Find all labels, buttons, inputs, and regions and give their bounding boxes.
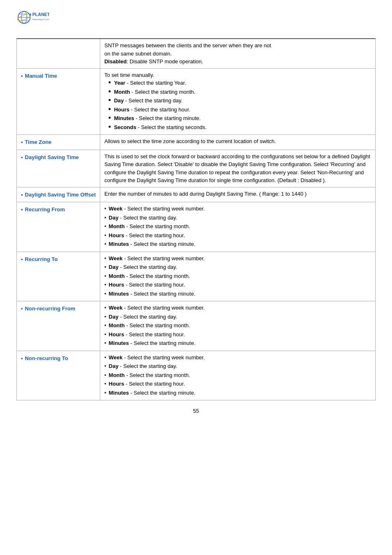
non-recurring-from-list: Week - Select the starting week number. …: [104, 304, 371, 347]
list-item: Minutes - Select the starting minute.: [104, 290, 371, 298]
non-recurring-to-right: Week - Select the starting week number. …: [100, 351, 375, 400]
list-item: Day - Select the starting day.: [104, 313, 371, 321]
non-recurring-from-label: Non-recurring From: [21, 305, 96, 313]
recurring-from-list: Week - Select the starting week number. …: [104, 205, 371, 248]
list-item: Month - Select the starting month.: [104, 222, 371, 231]
dst-offset-right: Enter the number of minutes to add durin…: [100, 187, 375, 202]
non-recurring-from-left: Non-recurring From: [17, 301, 100, 351]
manual-time-intro: To set time manually.: [104, 72, 154, 78]
dst-offset-text: Enter the number of minutes to add durin…: [104, 191, 307, 197]
list-item: Minutes - Select the starting minute.: [104, 240, 371, 248]
list-item: Week - Select the starting week number.: [104, 254, 371, 263]
list-item: Month - Select the starting month.: [108, 88, 371, 96]
list-item: Month - Select the starting month.: [104, 321, 371, 330]
svg-text:Networking & Communication: Networking & Communication: [32, 18, 49, 21]
table-row-recurring-to: Recurring To Week - Select the starting …: [17, 252, 376, 301]
list-item: Seconds - Select the starting seconds.: [108, 123, 371, 132]
list-item: Minutes - Select the starting minute.: [108, 114, 371, 123]
dst-right: This is used to set the clock forward or…: [100, 150, 375, 187]
list-item: Day - Select the starting day.: [104, 214, 371, 222]
list-item: Month - Select the starting month.: [104, 272, 371, 280]
recurring-to-list: Week - Select the starting week number. …: [104, 254, 371, 298]
dst-left: Daylight Saving Time: [17, 150, 100, 187]
recurring-from-left: Recurring From: [17, 202, 100, 252]
dst-text: This is used to set the clock forward or…: [104, 153, 370, 184]
table-row-manual-time: Manual Time To set time manually. Year -…: [17, 68, 376, 135]
list-item: Minutes - Select the starting minute.: [104, 389, 371, 397]
list-item: Hours - Select the starting hour.: [104, 281, 371, 289]
recurring-to-label: Recurring To: [21, 255, 96, 264]
page-number: 55: [16, 408, 376, 414]
dst-offset-label: Daylight Saving Time Offset: [21, 191, 96, 199]
non-recurring-to-label: Non-recurring To: [21, 354, 96, 363]
manual-time-label: Manual Time: [21, 72, 96, 80]
table-row-recurring-from: Recurring From Week - Select the startin…: [17, 202, 376, 252]
list-item: Day - Select the starting day.: [108, 97, 371, 105]
logo-area: PLANET Networking & Communication: [16, 8, 376, 31]
table-row-dst-offset: Daylight Saving Time Offset Enter the nu…: [17, 187, 376, 202]
list-item: Day - Select the starting day.: [104, 263, 371, 271]
manual-time-list: Year - Select the starting Year. Month -…: [104, 79, 371, 131]
list-item: Week - Select the starting week number.: [104, 354, 371, 362]
list-item: Year - Select the starting Year.: [108, 79, 371, 87]
manual-time-left: Manual Time: [17, 68, 100, 135]
recurring-from-label: Recurring From: [21, 206, 96, 214]
dst-offset-left: Daylight Saving Time Offset: [17, 187, 100, 202]
time-zone-label: Time Zone: [21, 138, 96, 146]
list-item: Day - Select the starting day.: [104, 362, 371, 370]
non-recurring-to-list: Week - Select the starting week number. …: [104, 354, 371, 397]
table-row-time-zone: Time Zone Allows to select the time zone…: [17, 135, 376, 150]
list-item: Hours - Select the starting hour.: [104, 380, 371, 388]
table-row-dst: Daylight Saving Time This is used to set…: [17, 150, 376, 187]
table-row-non-recurring-from: Non-recurring From Week - Select the sta…: [17, 301, 376, 351]
manual-time-right: To set time manually. Year - Select the …: [100, 68, 375, 135]
list-item: Minutes - Select the starting minute.: [104, 339, 371, 347]
row-left-sntp: [17, 39, 100, 68]
recurring-to-right: Week - Select the starting week number. …: [100, 252, 375, 301]
non-recurring-to-left: Non-recurring To: [17, 351, 100, 400]
list-item: Week - Select the starting week number.: [104, 205, 371, 213]
planet-logo: PLANET Networking & Communication: [16, 8, 49, 31]
svg-point-6: [29, 14, 31, 16]
row-right-sntp: SNTP messages between the clients and th…: [100, 39, 375, 68]
non-recurring-from-right: Week - Select the starting week number. …: [100, 301, 375, 351]
list-item: Week - Select the starting week number.: [104, 304, 371, 312]
time-zone-text: Allows to select the time zone according…: [104, 138, 276, 144]
sntp-line1: SNTP messages between the clients and th…: [104, 42, 271, 49]
content-table: SNTP messages between the clients and th…: [16, 38, 376, 400]
recurring-to-left: Recurring To: [17, 252, 100, 301]
svg-text:PLANET: PLANET: [32, 12, 49, 17]
sntp-disabled: Disabled: Disable SNTP mode operation.: [104, 58, 203, 65]
table-row-non-recurring-to: Non-recurring To Week - Select the start…: [17, 351, 376, 400]
dst-label: Daylight Saving Time: [21, 153, 96, 162]
list-item: Hours - Select the starting hour.: [108, 106, 371, 114]
list-item: Month - Select the starting month.: [104, 371, 371, 379]
list-item: Hours - Select the starting hour.: [104, 331, 371, 339]
time-zone-left: Time Zone: [17, 135, 100, 150]
time-zone-right: Allows to select the time zone according…: [100, 135, 375, 150]
recurring-from-right: Week - Select the starting week number. …: [100, 202, 375, 252]
sntp-line2: on the same subnet domain.: [104, 51, 172, 57]
table-row: SNTP messages between the clients and th…: [17, 39, 376, 68]
list-item: Hours - Select the starting hour.: [104, 231, 371, 240]
